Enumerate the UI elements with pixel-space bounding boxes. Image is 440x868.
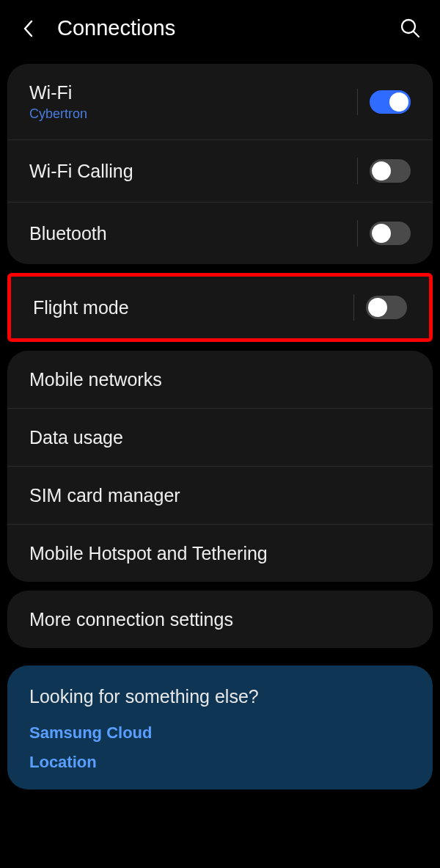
divider (357, 158, 358, 184)
svg-line-1 (414, 32, 419, 37)
bluetooth-toggle[interactable] (370, 222, 411, 245)
wifi-calling-label: Wi-Fi Calling (29, 160, 357, 182)
flight-mode-highlight: Flight mode (7, 273, 433, 342)
mobile-networks-row[interactable]: Mobile networks (7, 351, 433, 408)
more-connection-settings-row[interactable]: More connection settings (7, 591, 433, 648)
data-usage-row[interactable]: Data usage (7, 408, 433, 466)
flight-mode-toggle[interactable] (366, 296, 407, 319)
wifi-calling-toggle[interactable] (370, 159, 411, 183)
tip-link-location[interactable]: Location (29, 753, 411, 772)
search-icon (400, 18, 420, 38)
bluetooth-row[interactable]: Bluetooth (7, 202, 433, 264)
mobile-hotspot-row[interactable]: Mobile Hotspot and Tethering (7, 524, 433, 582)
divider (357, 89, 358, 115)
mobile-hotspot-label: Mobile Hotspot and Tethering (29, 542, 411, 564)
divider (353, 294, 354, 321)
back-button[interactable] (19, 20, 37, 37)
tip-panel: Looking for something else? Samsung Clou… (7, 665, 433, 789)
page-title: Connections (57, 16, 399, 40)
bluetooth-label: Bluetooth (29, 222, 357, 244)
search-button[interactable] (399, 18, 421, 40)
flight-mode-row[interactable]: Flight mode (11, 277, 429, 338)
wifi-label: Wi-Fi (29, 81, 357, 103)
mobile-networks-label: Mobile networks (29, 368, 411, 390)
sim-card-manager-row[interactable]: SIM card manager (7, 466, 433, 524)
wifi-calling-row[interactable]: Wi-Fi Calling (7, 139, 433, 202)
flight-mode-label: Flight mode (33, 296, 353, 318)
tip-title: Looking for something else? (29, 686, 411, 707)
chevron-left-icon (23, 20, 33, 37)
divider (357, 220, 358, 247)
data-usage-label: Data usage (29, 426, 411, 448)
tip-link-samsung-cloud[interactable]: Samsung Cloud (29, 723, 411, 743)
sim-card-manager-label: SIM card manager (29, 484, 411, 506)
more-connection-settings-label: More connection settings (29, 608, 411, 630)
wifi-toggle[interactable] (370, 90, 411, 114)
wifi-row[interactable]: Wi-Fi Cybertron (7, 64, 433, 139)
wifi-network-name: Cybertron (29, 106, 357, 122)
